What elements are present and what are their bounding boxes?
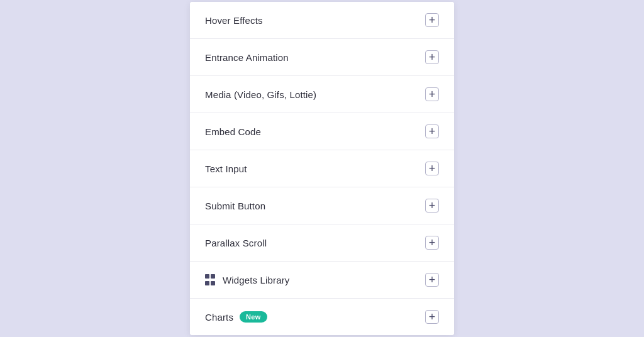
list-item-entrance-animation[interactable]: Entrance Animation+ [190, 39, 454, 76]
list-item-hover-effects[interactable]: Hover Effects+ [190, 2, 454, 39]
widgets-icon [205, 274, 216, 285]
item-label: Charts [205, 312, 233, 323]
item-left: Parallax Scroll [205, 238, 267, 248]
item-left: Submit Button [205, 201, 265, 211]
item-label: Media (Video, Gifs, Lottie) [205, 89, 316, 100]
list-item-embed-code[interactable]: Embed Code+ [190, 113, 454, 150]
list-item-charts[interactable]: ChartsNew+ [190, 299, 454, 335]
item-left: Widgets Library [205, 274, 289, 285]
list-item-text-input[interactable]: Text Input+ [190, 150, 454, 187]
add-icon[interactable]: + [425, 199, 439, 213]
list-item-widgets-library[interactable]: Widgets Library+ [190, 262, 454, 299]
item-label: Entrance Animation [205, 52, 289, 63]
item-left: Entrance Animation [205, 52, 289, 63]
item-label: Widgets Library [223, 275, 289, 285]
item-left: Text Input [205, 163, 247, 174]
item-label: Submit Button [205, 201, 265, 211]
add-icon[interactable]: + [425, 50, 439, 64]
item-label: Parallax Scroll [205, 238, 267, 248]
add-icon[interactable]: + [425, 124, 439, 138]
add-icon[interactable]: + [425, 273, 439, 287]
item-left: Media (Video, Gifs, Lottie) [205, 89, 316, 100]
list-item-submit-button[interactable]: Submit Button+ [190, 187, 454, 224]
add-icon[interactable]: + [425, 13, 439, 27]
new-badge: New [240, 311, 267, 323]
list-item-media[interactable]: Media (Video, Gifs, Lottie)+ [190, 76, 454, 113]
add-icon[interactable]: + [425, 162, 439, 175]
add-icon[interactable]: + [425, 87, 439, 101]
list-item-parallax-scroll[interactable]: Parallax Scroll+ [190, 224, 454, 262]
item-label: Text Input [205, 163, 247, 174]
item-left: ChartsNew [205, 311, 267, 323]
add-icon[interactable]: + [425, 236, 439, 250]
item-label: Embed Code [205, 126, 261, 137]
item-label: Hover Effects [205, 15, 263, 26]
item-left: Embed Code [205, 126, 261, 137]
widget-panel: Hover Effects+Entrance Animation+Media (… [190, 2, 454, 335]
add-icon[interactable]: + [425, 310, 439, 324]
item-left: Hover Effects [205, 15, 263, 26]
